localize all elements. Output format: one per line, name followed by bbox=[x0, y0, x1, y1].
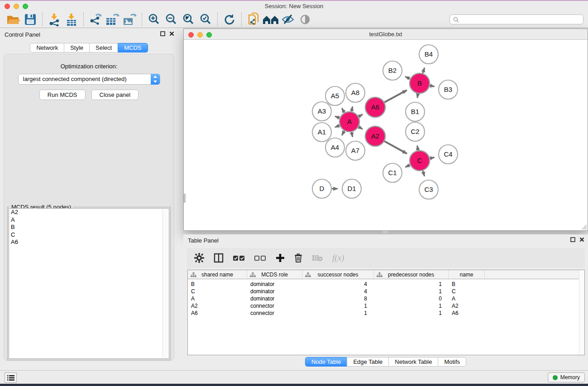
column-header-predecessor-nodes[interactable]: predecessor nodes bbox=[374, 270, 449, 279]
graph-node-A6[interactable]: A6 bbox=[365, 97, 385, 117]
graph-edge-C-C2[interactable] bbox=[417, 146, 418, 151]
tab-style[interactable]: Style bbox=[64, 43, 90, 52]
graph-node-C1[interactable]: C1 bbox=[383, 163, 402, 182]
graph-node-B2[interactable]: B2 bbox=[383, 61, 402, 80]
network-window-titlebar[interactable]: testGlobe.txt bbox=[184, 29, 588, 40]
function-builder-icon[interactable]: f(x) bbox=[332, 253, 344, 263]
graph-edge-B-B4[interactable] bbox=[423, 68, 425, 73]
graph-node-A3[interactable]: A3 bbox=[312, 102, 331, 121]
search-input[interactable] bbox=[461, 16, 580, 23]
open-session-icon[interactable] bbox=[5, 12, 22, 27]
import-network-icon[interactable] bbox=[46, 12, 63, 27]
graph-edge-C-C1[interactable] bbox=[405, 165, 410, 167]
graph-edge-A-A1[interactable] bbox=[335, 125, 339, 127]
graph-node-C4[interactable]: C4 bbox=[439, 145, 458, 164]
horizontal-scroll-thumb[interactable] bbox=[382, 231, 388, 234]
hide-selected-icon[interactable] bbox=[279, 12, 296, 27]
graph-node-C[interactable]: C bbox=[410, 151, 430, 171]
criterion-dropdown[interactable]: largest connected component (directed) bbox=[18, 74, 160, 85]
graph-edge-B-B3[interactable] bbox=[430, 86, 434, 86]
show-all-icon[interactable] bbox=[296, 12, 314, 27]
table-row[interactable]: Cdominator41C bbox=[188, 288, 584, 295]
zoom-in-icon[interactable] bbox=[145, 12, 163, 27]
export-network-icon[interactable] bbox=[87, 12, 104, 27]
table-settings-icon[interactable] bbox=[194, 253, 204, 263]
tab-network[interactable]: Network bbox=[30, 43, 64, 52]
result-item[interactable]: B bbox=[9, 224, 169, 231]
graph-node-A4[interactable]: A4 bbox=[325, 138, 344, 157]
task-history-button[interactable] bbox=[5, 372, 17, 383]
table-row[interactable]: Adominator80A bbox=[188, 295, 584, 302]
zoom-out-icon[interactable] bbox=[163, 12, 180, 27]
result-scrollbar[interactable] bbox=[163, 209, 168, 358]
graph-node-B4[interactable]: B4 bbox=[419, 45, 438, 64]
import-table-icon[interactable] bbox=[63, 12, 80, 27]
mcds-result-list[interactable]: A2ABCA6 bbox=[9, 208, 169, 359]
graph-edge-A-A5[interactable] bbox=[342, 108, 344, 113]
result-item[interactable]: C bbox=[9, 231, 169, 239]
close-panel-icon[interactable] bbox=[579, 237, 584, 242]
graph-edge-B-B2[interactable] bbox=[405, 76, 410, 79]
graph-node-D[interactable]: D bbox=[312, 179, 331, 198]
graph-node-C2[interactable]: C2 bbox=[406, 122, 425, 141]
table-row[interactable]: Bdominator41B bbox=[188, 281, 584, 288]
save-session-icon[interactable] bbox=[22, 12, 39, 27]
float-panel-icon[interactable] bbox=[570, 237, 575, 242]
graph-node-A7[interactable]: A7 bbox=[346, 141, 365, 160]
add-column-icon[interactable] bbox=[276, 253, 285, 262]
close-panel-button[interactable]: Close panel bbox=[91, 90, 139, 100]
graph-node-A1[interactable]: A1 bbox=[312, 123, 331, 142]
table-row[interactable]: A6connector11A6 bbox=[188, 310, 584, 317]
delete-table-icon[interactable] bbox=[312, 254, 323, 262]
graph-node-A8[interactable]: A8 bbox=[346, 83, 365, 102]
network-canvas[interactable]: B4B2BB3A8A5A6A3B1AC2A1A2A4A7C4CC1C3DD1 bbox=[184, 40, 588, 230]
zoom-selected-icon[interactable] bbox=[197, 12, 214, 27]
export-table-icon[interactable] bbox=[104, 12, 121, 27]
graph-edge-C-C3[interactable] bbox=[423, 171, 425, 176]
graph-edge-A-A3[interactable] bbox=[335, 116, 339, 118]
graph-node-A[interactable]: A bbox=[339, 112, 359, 132]
result-item[interactable]: A6 bbox=[9, 238, 169, 246]
graph-edge-A-A8[interactable] bbox=[352, 106, 353, 111]
column-header-name[interactable]: name bbox=[449, 270, 485, 279]
column-header-shared-name[interactable]: shared name bbox=[188, 270, 247, 279]
vertical-scroll-thumb[interactable] bbox=[184, 194, 186, 203]
delete-column-icon[interactable] bbox=[294, 253, 302, 263]
result-item[interactable]: A bbox=[9, 216, 169, 224]
graph-node-B1[interactable]: B1 bbox=[406, 102, 425, 121]
graph-node-A5[interactable]: A5 bbox=[325, 86, 344, 105]
tab-mcds[interactable]: MCDS bbox=[118, 43, 148, 52]
graph-edge-A6-B[interactable] bbox=[384, 90, 407, 102]
graph-edge-B-B1[interactable] bbox=[417, 94, 418, 98]
tab-select[interactable]: Select bbox=[89, 43, 118, 52]
graph-edge-A-A7[interactable] bbox=[352, 132, 353, 137]
graph-node-C3[interactable]: C3 bbox=[419, 180, 438, 199]
show-columns-icon[interactable] bbox=[214, 253, 224, 263]
tab-edge-table[interactable]: Edge Table bbox=[347, 357, 389, 367]
zoom-fit-icon[interactable] bbox=[180, 12, 197, 27]
result-item[interactable]: A2 bbox=[9, 209, 169, 216]
column-header-successor-nodes[interactable]: successor nodes bbox=[302, 270, 374, 279]
select-all-checkboxes-icon[interactable] bbox=[233, 255, 245, 261]
graph-node-B[interactable]: B bbox=[410, 73, 430, 93]
tab-network-table[interactable]: Network Table bbox=[388, 357, 438, 367]
table-scrollbar[interactable] bbox=[579, 270, 584, 355]
new-network-from-selection-icon[interactable] bbox=[245, 12, 262, 27]
tab-node-table[interactable]: Node Table bbox=[305, 357, 348, 367]
deselect-all-checkboxes-icon[interactable] bbox=[254, 255, 266, 261]
memory-button[interactable]: Memory bbox=[548, 372, 585, 382]
graph-node-A2[interactable]: A2 bbox=[365, 126, 385, 146]
search-field[interactable] bbox=[449, 14, 583, 24]
table-row[interactable]: A2connector11A2 bbox=[188, 302, 584, 310]
graph-edge-A-A6[interactable] bbox=[359, 114, 363, 117]
resize-grip-icon[interactable] bbox=[581, 224, 587, 230]
close-panel-icon[interactable] bbox=[169, 31, 174, 36]
graph-edge-C-C4[interactable] bbox=[430, 157, 434, 158]
refresh-view-icon[interactable] bbox=[221, 12, 238, 27]
float-panel-icon[interactable] bbox=[160, 31, 165, 36]
graph-node-D1[interactable]: D1 bbox=[342, 179, 361, 198]
column-header-MCDS-role[interactable]: MCDS role bbox=[247, 270, 302, 279]
graph-node-B3[interactable]: B3 bbox=[439, 80, 458, 99]
tab-motifs[interactable]: Motifs bbox=[438, 357, 466, 367]
graph-edge-A-A4[interactable] bbox=[342, 131, 344, 135]
